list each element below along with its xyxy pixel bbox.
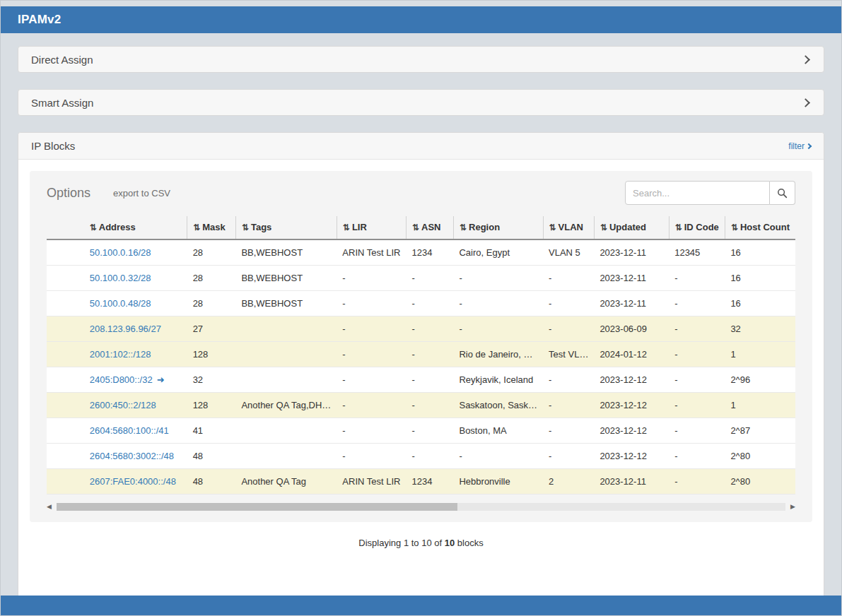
cell-address: 2607:FAE0:4000::/48 — [84, 469, 187, 494]
table-row: 50.100.0.32/2828BB,WEBHOST----2023-12-11… — [47, 266, 795, 291]
cell-id-code: 12345 — [669, 239, 725, 266]
cell-region: Rio de Janeiro, … — [453, 342, 543, 367]
export-csv-link[interactable]: export to CSV — [113, 188, 170, 199]
address-link[interactable]: 2600:450::2/128 — [90, 400, 156, 410]
search-button[interactable] — [770, 181, 795, 205]
cell-vlan: - — [543, 316, 594, 342]
cell-vlan: VLAN 5 — [543, 239, 594, 266]
table-row: 2405:D800::/32➜32--Reykjavik, Iceland-20… — [47, 367, 795, 393]
page: IPAMv2 Direct Assign Smart Assign IP Blo… — [0, 0, 842, 616]
cell-tags — [235, 316, 337, 342]
ip-blocks-label: IP Blocks — [31, 140, 75, 152]
search-input[interactable] — [625, 181, 770, 205]
cell-address: 2604:5680:100::/41 — [84, 418, 187, 444]
cell-host-count: 2^87 — [725, 418, 795, 444]
column-header-id-code[interactable]: ⇅ID Code — [669, 216, 725, 239]
column-header-lir[interactable]: ⇅LIR — [337, 216, 406, 239]
column-header-updated[interactable]: ⇅Updated — [594, 216, 669, 239]
cell-updated: 2023-12-12 — [594, 393, 669, 418]
column-header-asn[interactable]: ⇅ASN — [406, 216, 453, 239]
row-spacer — [47, 469, 84, 494]
cell-mask: 48 — [187, 444, 236, 469]
sort-icon: ⇅ — [675, 223, 682, 232]
row-spacer — [47, 418, 84, 444]
cell-address: 2604:5680:3002::/48 — [84, 444, 187, 469]
row-spacer — [47, 342, 84, 367]
direct-assign-panel[interactable]: Direct Assign — [18, 46, 824, 73]
cell-asn: - — [406, 367, 453, 393]
sort-icon: ⇅ — [90, 223, 97, 232]
cell-asn: - — [406, 291, 453, 316]
column-header-address[interactable]: ⇅Address — [84, 216, 187, 239]
cell-lir: - — [337, 444, 406, 469]
options-title: Options — [47, 186, 90, 201]
cell-lir: - — [337, 291, 406, 316]
cell-updated: 2023-12-12 — [594, 444, 669, 469]
direct-assign-label: Direct Assign — [31, 54, 93, 66]
row-spacer — [47, 316, 84, 342]
cell-host-count: 16 — [725, 266, 795, 291]
cell-asn: 1234 — [406, 239, 453, 266]
cell-updated: 2023-06-09 — [594, 316, 669, 342]
column-header-vlan[interactable]: ⇅VLAN — [543, 216, 594, 239]
cell-vlan: - — [543, 291, 594, 316]
cell-region: Cairo, Egypt — [453, 239, 543, 266]
address-link[interactable]: 2607:FAE0:4000::/48 — [90, 476, 176, 487]
cell-mask: 28 — [187, 291, 236, 316]
cell-region: - — [453, 316, 543, 342]
column-header-region[interactable]: ⇅Region — [453, 216, 543, 239]
cell-lir: - — [337, 418, 406, 444]
cell-tags: Another QA Tag — [235, 469, 337, 494]
assigned-arrow-icon: ➜ — [157, 374, 165, 385]
cell-id-code: - — [669, 367, 725, 393]
cell-id-code: - — [669, 342, 725, 367]
cell-mask: 128 — [187, 342, 236, 367]
cell-tags — [235, 418, 337, 444]
cell-mask: 28 — [187, 266, 236, 291]
scrollbar-thumb[interactable] — [57, 503, 457, 511]
cell-host-count: 2^96 — [725, 367, 795, 393]
cell-host-count: 16 — [725, 239, 795, 266]
sort-icon: ⇅ — [412, 223, 419, 232]
summary-prefix: Displaying 1 to 10 of — [358, 538, 442, 548]
cell-id-code: - — [669, 316, 725, 342]
cell-vlan: - — [543, 367, 594, 393]
address-link[interactable]: 50.100.0.32/28 — [90, 273, 151, 283]
sort-icon: ⇅ — [343, 223, 350, 232]
cell-address: 50.100.0.16/28 — [84, 239, 187, 266]
options-box: Options export to CSV — [30, 171, 812, 522]
ip-blocks-table: ⇅Address⇅Mask⇅Tags⇅LIR⇅ASN⇅Region⇅VLAN⇅U… — [47, 216, 795, 494]
table-row: 2600:450::2/128128Another QA Tag,DH…--Sa… — [47, 393, 795, 418]
cell-id-code: - — [669, 291, 725, 316]
column-header-mask[interactable]: ⇅Mask — [187, 216, 236, 239]
cell-asn: - — [406, 266, 453, 291]
address-link[interactable]: 50.100.0.48/28 — [90, 298, 151, 309]
cell-host-count: 2^80 — [725, 469, 795, 494]
address-link[interactable]: 2405:D800::/32 — [90, 374, 153, 385]
table-row: 2604:5680:3002::/4848----2023-12-12-2^80 — [47, 444, 795, 469]
cell-lir: - — [337, 342, 406, 367]
address-link[interactable]: 2001:102::/128 — [90, 349, 151, 360]
address-link[interactable]: 50.100.0.16/28 — [90, 247, 151, 258]
cell-asn: - — [406, 418, 453, 444]
address-link[interactable]: 2604:5680:100::/41 — [90, 425, 169, 436]
address-link[interactable]: 208.123.96.96/27 — [90, 324, 161, 334]
cell-host-count: 2^80 — [725, 444, 795, 469]
filter-link[interactable]: filter — [788, 141, 811, 151]
cell-region: - — [453, 444, 543, 469]
table-row: 50.100.0.16/2828BB,WEBHOSTARIN Test LIR1… — [47, 239, 795, 266]
cell-asn: - — [406, 342, 453, 367]
address-link[interactable]: 2604:5680:3002::/48 — [90, 451, 174, 461]
table-row: 50.100.0.48/2828BB,WEBHOST----2023-12-11… — [47, 291, 795, 316]
chevron-right-icon — [806, 143, 812, 148]
scroll-left-arrow-icon[interactable]: ◀ — [47, 504, 52, 510]
column-header-tags[interactable]: ⇅Tags — [235, 216, 337, 239]
column-header-host-count[interactable]: ⇅Host Count — [725, 216, 795, 239]
smart-assign-panel[interactable]: Smart Assign — [18, 89, 824, 116]
scroll-right-arrow-icon[interactable]: ▶ — [790, 504, 795, 510]
row-spacer — [47, 444, 84, 469]
chevron-right-icon — [801, 55, 810, 64]
cell-address: 208.123.96.96/27 — [84, 316, 187, 342]
cell-address: 2600:450::2/128 — [84, 393, 187, 418]
scrollbar-track[interactable] — [57, 503, 785, 511]
